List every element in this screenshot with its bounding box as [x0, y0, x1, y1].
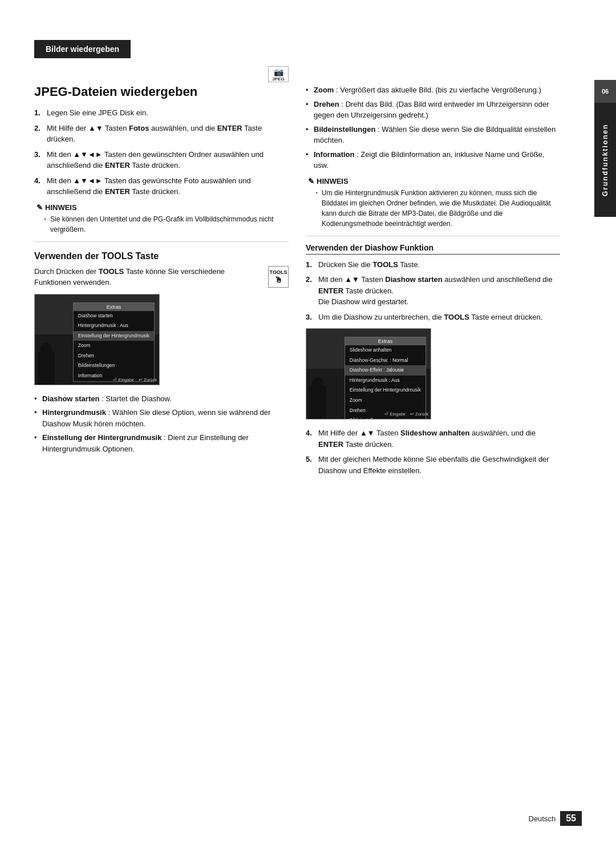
hinweis-title-right: HINWEIS	[308, 177, 560, 185]
left-column: Bilder wiedergeben 📷 JPEG JPEG-Dateien w…	[34, 40, 289, 482]
menu-item-slideshow: Slideshow anhalten	[345, 345, 425, 356]
hinweis-title-1: HINWEIS	[37, 203, 289, 212]
bullet-einstellung: Einstellung der Hintergrundmusik : Dient…	[34, 432, 289, 454]
screenshot-right: Extras Slideshow anhalten Diashow-Geschw…	[306, 328, 560, 420]
bullet-hintergrund: Hintergrundmusik : Wählen Sie diese Opti…	[34, 407, 289, 429]
page-number-box: 55	[560, 811, 582, 826]
hinweis-content-1: Sie können den Untertitel und die PG-Gra…	[37, 214, 289, 235]
diashow-step-5: 5. Mit der gleichen Methode könne Sie eb…	[306, 454, 560, 476]
diashow-step-1: 1. Drücken Sie die TOOLS Taste.	[306, 259, 560, 271]
svg-rect-16	[336, 383, 343, 402]
menu-item-drehen: Drehen	[74, 351, 154, 361]
section-header-box: Bilder wiedergeben	[34, 40, 131, 58]
section1-steps: 1. Legen Sie eine JPEG Disk ein. 2. Mit …	[34, 107, 289, 197]
step-3: 3. Mit den ▲▼◄► Tasten den gewünschten O…	[34, 149, 289, 171]
step-1: 1. Legen Sie eine JPEG Disk ein.	[34, 107, 289, 119]
bullet-bildeinstellungen: Bildeinstellungen : Wählen Sie diese wen…	[306, 124, 560, 146]
menu-item-einstellung: Einstellung der Hintergrundmusik	[74, 331, 154, 341]
screenshot-menu-right: Extras Slideshow anhalten Diashow-Geschw…	[345, 337, 426, 420]
menu-item-zoom-r: Zoom	[345, 396, 425, 406]
screenshot-left: Extras Diashow starten Hintergrundmusik …	[34, 294, 289, 385]
menu-item-diashow-effekt: Diashow-Effekt : Jalousie	[345, 365, 425, 376]
screenshot-image-left: Extras Diashow starten Hintergrundmusik …	[34, 294, 160, 385]
hinweis-item-right-1: Um die Hintergrundmusik Funktion aktivie…	[316, 188, 560, 229]
menu-item-zoom: Zoom	[74, 341, 154, 351]
section4-steps: 1. Drücken Sie die TOOLS Taste. 2. Mit d…	[306, 259, 560, 323]
menu-item-diashow: Diashow starten	[74, 311, 154, 321]
tools-intro: Durch Drücken der TOOLS Taste könne Sie …	[34, 266, 289, 288]
right-top-bullets: Zoom : Vergrößert das aktuelle Bild. (bi…	[306, 84, 560, 171]
footer-language: Deutsch	[529, 814, 556, 823]
section4-extra-steps: 4. Mit Hilfe der ▲▼ Tasten Slideshow anh…	[306, 427, 560, 476]
page-number: 55	[566, 813, 576, 823]
diashow-step-3: 3. Um die Diashow zu unterbrechen, die T…	[306, 312, 560, 323]
menu-item-hintergrund-r: Hintergrundmusik : Aus	[345, 376, 425, 386]
screenshot-image-right: Extras Slideshow anhalten Diashow-Geschw…	[306, 328, 431, 420]
chapter-title: Grundfunktionen	[601, 123, 609, 196]
tools-icon: TOOLS 🖱	[268, 266, 289, 288]
svg-rect-18	[309, 386, 326, 420]
hinweis-item-1: Sie können den Untertitel und die PG-Gra…	[44, 214, 289, 235]
menu-item-diashow-geschw: Diashow-Geschw. : Normal	[345, 356, 425, 366]
section1-title: JPEG-Dateien wiedergeben	[34, 84, 289, 99]
bullet-information: Information : Zeigt die Bildinformation …	[306, 149, 560, 171]
chapter-number: 06	[594, 80, 616, 103]
svg-point-19	[312, 377, 323, 389]
hinweis-box-right: HINWEIS Um die Hintergrundmusik Funktion…	[306, 177, 560, 229]
hinweis-box-1: HINWEIS Sie können den Untertitel und di…	[34, 203, 289, 235]
section4-title: Verwenden der Diashow Funktion	[306, 243, 560, 255]
right-column: Zoom : Vergrößert das aktuelle Bild. (bi…	[306, 40, 560, 482]
screenshot-footer-right: ⏎ Eingabe ↩ Zurück	[384, 412, 428, 417]
screenshot-footer-left: ⏎ Eingabe ↩ Zurück	[113, 377, 157, 382]
hinweis-content-right: Um die Hintergrundmusik Funktion aktivie…	[308, 188, 560, 229]
menu-item-hintergrund: Hintergrundmusik : Aus	[74, 321, 154, 331]
jpeg-icon: 📷 JPEG	[268, 66, 289, 82]
diashow-step-4: 4. Mit Hilfe der ▲▼ Tasten Slideshow anh…	[306, 427, 560, 450]
svg-rect-6	[64, 349, 71, 368]
bullet-list-left: Diashow starten : Startet die Diashow. H…	[34, 393, 289, 455]
step-2: 2. Mit Hilfe der ▲▼ Tasten Fotos auswähl…	[34, 123, 289, 145]
bullet-list-right: Zoom : Vergrößert das aktuelle Bild. (bi…	[306, 84, 560, 171]
bullet-diashow: Diashow starten : Startet die Diashow.	[34, 393, 289, 405]
diashow-step-2: 2. Mit den ▲▼ Tasten Diashow starten aus…	[306, 274, 560, 308]
bullet-zoom: Zoom : Vergrößert das aktuelle Bild. (bi…	[306, 84, 560, 96]
jpeg-icon-row: 📷 JPEG	[34, 66, 289, 82]
menu-item-bildeinstellungen: Bildeinstellungen	[74, 361, 154, 371]
menu-title-left: Extras	[74, 303, 154, 311]
main-content: Bilder wiedergeben 📷 JPEG JPEG-Dateien w…	[0, 23, 594, 820]
section2-title: Verwenden der TOOLS Taste	[34, 251, 289, 261]
menu-title-right: Extras	[345, 337, 425, 345]
bullet-drehen: Drehen : Dreht das Bild. (Das Bild wird …	[306, 99, 560, 121]
svg-rect-8	[38, 352, 55, 385]
chapter-tab: Grundfunktionen	[594, 103, 616, 217]
step-4: 4. Mit den ▲▼◄► Tasten das gewünschte Fo…	[34, 175, 289, 197]
page-footer: Deutsch 55	[529, 811, 582, 826]
screenshot-menu-left: Extras Diashow starten Hintergrundmusik …	[73, 302, 155, 382]
svg-point-9	[40, 343, 52, 354]
menu-item-einstellung-r: Einstellung der Hintergrundmusik	[345, 385, 425, 396]
